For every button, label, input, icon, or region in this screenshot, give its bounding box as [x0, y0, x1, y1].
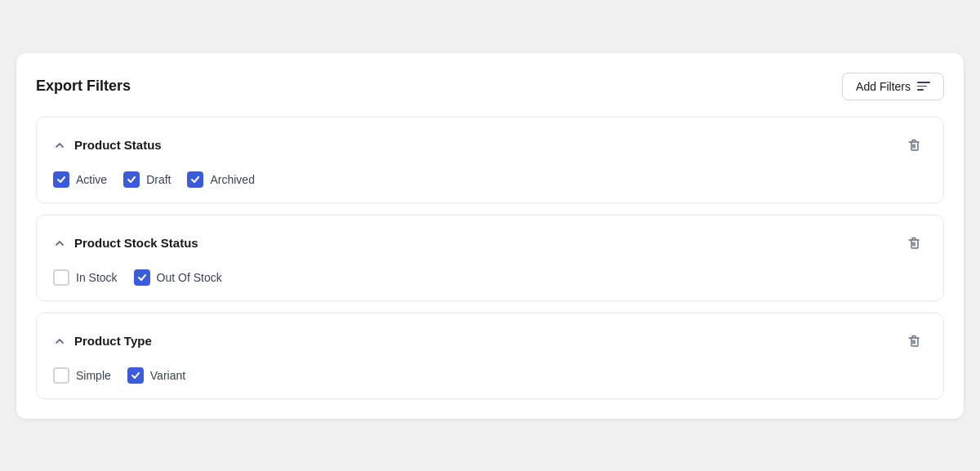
page-title: Export Filters: [36, 78, 131, 95]
checkboxes-row-product-type: Simple Variant: [53, 367, 927, 384]
section-title-product-type: Product Type: [74, 334, 152, 348]
checkboxes-row-product-stock-status: In Stock Out Of Stock: [53, 269, 927, 286]
filter-lines-icon: [917, 82, 930, 91]
section-title-product-status: Product Status: [74, 138, 162, 152]
checkbox-item-product-status-1[interactable]: Draft: [123, 171, 171, 188]
chevron-up-icon-product-type[interactable]: [53, 335, 66, 348]
checkbox-label-product-status-1: Draft: [146, 173, 171, 186]
section-title-group-product-stock-status: Product Stock Status: [53, 236, 198, 250]
checkbox-item-product-stock-status-1[interactable]: Out Of Stock: [134, 269, 222, 286]
section-header-product-stock-status: Product Stock Status: [53, 230, 927, 256]
add-filters-label: Add Filters: [856, 80, 911, 93]
delete-section-product-type-button[interactable]: [901, 328, 927, 354]
checkbox-box-product-stock-status-0: [53, 269, 69, 286]
delete-section-product-stock-status-button[interactable]: [901, 230, 927, 256]
page-container: Export Filters Add Filters Product Statu…: [0, 0, 980, 471]
checkbox-label-product-status-2: Archived: [210, 173, 254, 186]
checkbox-box-product-status-1: [123, 171, 140, 188]
filter-section-product-type: Product Type Simple Variant: [36, 313, 944, 399]
section-header-product-status: Product Status: [53, 132, 927, 158]
delete-section-product-status-button[interactable]: [901, 132, 927, 158]
checkbox-box-product-type-0: [53, 367, 69, 384]
section-header-product-type: Product Type: [53, 328, 927, 354]
section-title-group-product-type: Product Type: [53, 334, 152, 348]
filter-sections: Product Status Active Draft Archived Pro…: [36, 117, 944, 399]
checkbox-box-product-status-2: [187, 171, 203, 188]
checkbox-label-product-type-0: Simple: [76, 369, 111, 382]
filter-section-product-status: Product Status Active Draft Archived: [36, 117, 944, 203]
checkbox-label-product-stock-status-0: In Stock: [76, 271, 118, 284]
checkbox-item-product-type-1[interactable]: Variant: [127, 367, 185, 384]
checkbox-item-product-status-2[interactable]: Archived: [187, 171, 254, 188]
section-title-product-stock-status: Product Stock Status: [74, 236, 198, 250]
section-title-group-product-status: Product Status: [53, 138, 162, 152]
header: Export Filters Add Filters: [36, 73, 944, 100]
checkbox-item-product-type-0[interactable]: Simple: [53, 367, 111, 384]
checkbox-box-product-stock-status-1: [134, 269, 150, 286]
checkbox-box-product-status-0: [53, 171, 69, 188]
chevron-up-icon-product-stock-status[interactable]: [53, 237, 66, 250]
checkbox-box-product-type-1: [127, 367, 144, 384]
checkbox-label-product-type-1: Variant: [150, 369, 185, 382]
checkboxes-row-product-status: Active Draft Archived: [53, 171, 927, 188]
main-card: Export Filters Add Filters Product Statu…: [16, 53, 964, 419]
checkbox-label-product-status-0: Active: [76, 173, 107, 186]
checkbox-label-product-stock-status-1: Out Of Stock: [157, 271, 222, 284]
add-filters-button[interactable]: Add Filters: [842, 73, 944, 100]
checkbox-item-product-status-0[interactable]: Active: [53, 171, 107, 188]
filter-section-product-stock-status: Product Stock Status In Stock Out Of Sto…: [36, 215, 944, 301]
chevron-up-icon-product-status[interactable]: [53, 139, 66, 152]
checkbox-item-product-stock-status-0[interactable]: In Stock: [53, 269, 118, 286]
